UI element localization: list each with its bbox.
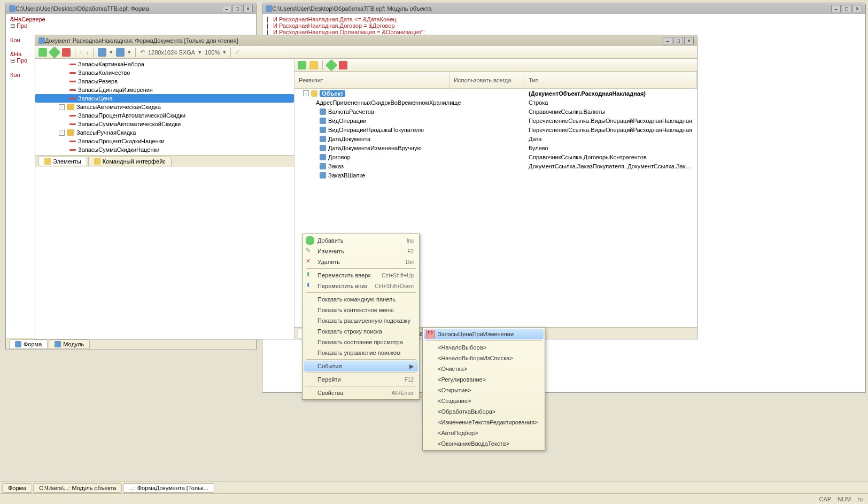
maximize-button[interactable]: □: [232, 5, 242, 12]
requisite-row[interactable]: ДоговорСправочникСсылка.ДоговорыКонтраге…: [294, 152, 697, 161]
maximize-button[interactable]: □: [673, 37, 683, 44]
requisite-row[interactable]: −Объект(ДокументОбъект.РасходнаяНакладна…: [294, 89, 697, 98]
status-num: NUM: [838, 496, 851, 502]
app-icon: [9, 5, 15, 12]
close-button[interactable]: ×: [684, 37, 694, 44]
event-on-change[interactable]: ПрЗапасыЦенаПриИзменении: [424, 329, 544, 339]
code-line: И РасходнаяНакладная.Договор = &Договор: [273, 22, 394, 29]
add-icon[interactable]: [298, 61, 306, 69]
dropdown-icon[interactable]: ▾: [110, 49, 113, 56]
ctx-move-up[interactable]: ⬆Переместить вверхCtrl+Shift+Up: [304, 270, 418, 281]
view-icon[interactable]: [98, 48, 106, 57]
column-icon[interactable]: [309, 61, 318, 69]
tree-item[interactable]: ЗапасыКартинкаНабора: [35, 60, 294, 68]
code-line: Про: [17, 57, 27, 64]
ctx-events[interactable]: События▶: [304, 361, 418, 371]
titlebar[interactable]: Документ РасходнаяНакладная: ФормаДокуме…: [35, 35, 697, 46]
down-arrow-icon[interactable]: ↓: [86, 49, 89, 56]
requisite-row[interactable]: ДатаДокументаИзмененаВручнуюБулево: [294, 143, 697, 152]
ctx-show-search-mgmt[interactable]: Показать управление поиском: [304, 347, 418, 358]
col-requisite[interactable]: Реквизит: [294, 72, 449, 88]
delete-icon[interactable]: [62, 48, 71, 57]
tree-item[interactable]: ЗапасыСуммаСкидкиНаценки: [35, 145, 294, 154]
requisite-row[interactable]: ВидОперацииПродажаПокупателюПеречисление…: [294, 125, 697, 134]
code-editor[interactable]: | И РасходнаяНакладная.Дата <= &ДатаКоне…: [262, 14, 865, 37]
undo-icon[interactable]: ↶: [140, 49, 145, 56]
ctx-properties[interactable]: СвойстваAlt+Enter: [304, 387, 418, 398]
app-icon: [38, 37, 45, 44]
minimize-button[interactable]: –: [663, 37, 672, 44]
delete-icon[interactable]: [339, 61, 347, 69]
maximize-button[interactable]: □: [842, 5, 851, 12]
events-submenu: ПрЗапасыЦенаПриИзменении <НачалоВыбора><…: [422, 327, 545, 451]
tree-item[interactable]: ЗапасыПроцентАвтоматическойСкидки: [35, 111, 294, 120]
tab-command-interface[interactable]: Командный интерфейс: [88, 157, 172, 166]
ctx-delete[interactable]: ✕УдалитьDel: [304, 257, 418, 267]
titlebar[interactable]: C:\Users\User\Desktop\ОбработкаТГВ.epf: …: [262, 3, 865, 14]
requisite-row[interactable]: ВидОперацииПеречислениеСсылка.ВидыОперац…: [294, 116, 697, 125]
ctx-show-view[interactable]: Показать состояние просмотра: [304, 337, 418, 347]
ctx-add[interactable]: ДобавитьIns: [304, 235, 418, 246]
edit-icon[interactable]: [49, 46, 61, 58]
ctx-show-hint[interactable]: Показать расширенную подсказку: [304, 315, 418, 326]
requisite-row[interactable]: ВалютаРасчетовСправочникСсылка.Валюты: [294, 107, 697, 116]
tree-item[interactable]: ЗапасыКоличество: [35, 68, 294, 77]
requisite-row[interactable]: ЗаказДокументСсылка.ЗаказПокупателя, Док…: [294, 161, 697, 170]
event-item[interactable]: <ИзменениеТекстаРедактирования>: [424, 417, 544, 428]
tree-item[interactable]: ЗапасыЕдиницаИзмерения: [35, 86, 294, 94]
event-item[interactable]: <НачалоВыбора>: [424, 342, 544, 353]
window-title: Документ РасходнаяНакладная: ФормаДокуме…: [45, 37, 663, 44]
requisite-row[interactable]: ЗаказВШапке: [294, 170, 697, 180]
req-grid-header: Реквизит Использовать всегда Тип: [294, 72, 697, 89]
close-button[interactable]: ×: [243, 5, 253, 12]
elements-tree-pane: ЗапасыКартинкаНабораЗапасыКоличествоЗапа…: [35, 59, 294, 339]
requisite-row[interactable]: АдресПримененныхСкидокВоВременномХранили…: [294, 98, 697, 107]
col-use-always[interactable]: Использовать всегда: [449, 72, 524, 88]
event-item[interactable]: <Открытие>: [424, 385, 544, 396]
dropdown-icon[interactable]: ▾: [128, 49, 131, 56]
code-line: &НаСервере: [10, 16, 252, 22]
event-item[interactable]: <АвтоПодбор>: [424, 428, 544, 438]
event-item[interactable]: <НачалоВыбораИзСписка>: [424, 353, 544, 363]
tab-elements[interactable]: Элементы: [38, 157, 87, 166]
titlebar[interactable]: C:\Users\User\Desktop\ОбработкаТГВ.epf: …: [6, 3, 256, 14]
task-form-document[interactable]: ...: ФормаДокумента [Тольк...: [123, 483, 214, 493]
ctx-move-down[interactable]: ⬇Переместить внизCtrl+Shift+Down: [304, 281, 418, 291]
tree-item[interactable]: ЗапасыПроцентСкидкиНаценки: [35, 137, 294, 145]
elements-tree[interactable]: ЗапасыКартинкаНабораЗапасыКоличествоЗапа…: [35, 59, 294, 155]
tab-form[interactable]: Форма: [9, 339, 48, 349]
event-item[interactable]: <Регулирование>: [424, 374, 544, 385]
task-module[interactable]: C:\Users\...: Модуль объекта: [33, 483, 122, 493]
tree-item[interactable]: −ЗапасыРучнаяСкидка: [35, 128, 294, 137]
view2-icon[interactable]: [116, 48, 125, 57]
context-menu: ДобавитьIns ✎ИзменитьF2 ✕УдалитьDel ⬆Пер…: [302, 234, 420, 400]
tab-module[interactable]: Модуль: [49, 339, 90, 349]
col-type[interactable]: Тип: [524, 72, 697, 88]
ctx-show-context[interactable]: Показать контекстное меню: [304, 305, 418, 315]
ctx-show-panel[interactable]: Показать командную панель: [304, 294, 418, 305]
status-bar: CAP NUM ru: [0, 493, 868, 504]
task-form[interactable]: Форма: [2, 483, 32, 493]
tree-item[interactable]: ЗапасыРезерв: [35, 77, 294, 86]
check-icon[interactable]: ✓: [235, 49, 240, 56]
close-button[interactable]: ×: [852, 5, 862, 12]
minimize-button[interactable]: –: [831, 5, 841, 12]
ctx-show-search[interactable]: Показать строку поиска: [304, 326, 418, 337]
event-item[interactable]: <ОкончаниеВводаТекста>: [424, 438, 544, 449]
edit-icon[interactable]: [326, 59, 338, 71]
ctx-edit[interactable]: ✎ИзменитьF2: [304, 246, 418, 257]
minimize-button[interactable]: –: [222, 5, 231, 12]
resolution-label[interactable]: 1280x1024 SXGA: [148, 49, 195, 56]
tree-item[interactable]: −ЗапасыАвтоматическаяСкидка: [35, 103, 294, 111]
tree-item[interactable]: ЗапасыЦена: [35, 94, 294, 103]
designer-toolbar: ↑ ↓ ▾ ▾ ↶ 1280x1024 SXGA ▾ 100% ▾ ✓: [35, 46, 697, 59]
add-icon[interactable]: [38, 48, 47, 57]
tree-item[interactable]: ЗапасыСуммаАвтоматическойСкидки: [35, 120, 294, 128]
zoom-label[interactable]: 100%: [205, 49, 220, 56]
event-item[interactable]: <ОбработкаВыбора>: [424, 406, 544, 417]
ctx-goto[interactable]: ПерейтиF12: [304, 374, 418, 385]
up-arrow-icon[interactable]: ↑: [80, 49, 83, 56]
event-item[interactable]: <Создание>: [424, 396, 544, 406]
requisite-row[interactable]: ДатаДокументаДата: [294, 134, 697, 143]
event-item[interactable]: <Очистка>: [424, 363, 544, 374]
